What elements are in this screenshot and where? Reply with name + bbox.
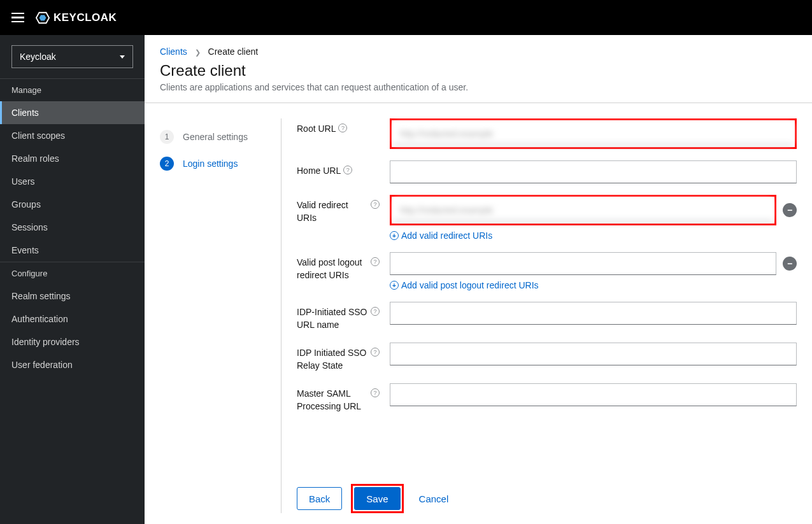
breadcrumb-clients-link[interactable]: Clients [160,46,187,57]
step-login-settings[interactable]: 2 Login settings [160,150,281,177]
sidebar-item-events[interactable]: Events [0,239,145,262]
remove-uri-button[interactable]: − [783,203,797,217]
highlight-annotation: Save [351,484,403,513]
add-valid-redirect-uri-link[interactable]: + Add valid redirect URIs [390,230,492,241]
back-button[interactable]: Back [297,487,342,510]
help-icon[interactable]: ? [371,348,380,357]
highlight-annotation [390,195,776,225]
menu-toggle-icon[interactable] [11,13,24,23]
main-content: Clients ❯ Create client Create client Cl… [145,35,812,524]
breadcrumb: Clients ❯ Create client [145,35,812,57]
step-label: General settings [183,132,248,142]
valid-post-logout-label: Valid post logout redirect URIs [297,257,368,281]
remove-uri-button[interactable]: − [783,257,797,271]
add-post-logout-uri-link[interactable]: + Add valid post logout redirect URIs [390,280,539,290]
sidebar-item-authentication[interactable]: Authentication [0,308,145,330]
nav-section-manage: Manage [0,78,145,101]
idp-sso-url-name-input[interactable] [390,302,797,325]
step-label: Login settings [183,159,238,169]
page-title: Create client [160,62,797,80]
svg-marker-1 [39,15,46,20]
cancel-button[interactable]: Cancel [413,487,455,510]
step-number-badge: 2 [160,157,174,171]
app-header: KEYCLOAK [0,0,812,35]
realm-selector-value: Keycloak [20,52,56,62]
wizard-steps: 1 General settings 2 Login settings [160,118,281,513]
chevron-right-icon: ❯ [195,48,201,56]
highlight-annotation [390,118,797,149]
root-url-label: Root URL [297,123,336,136]
valid-redirect-uris-label: Valid redirect URIs [297,199,368,224]
page-header: Create client Clients are applications a… [145,57,812,103]
idp-sso-relay-state-label: IDP Initiated SSO Relay State [297,347,368,372]
home-url-label: Home URL [297,165,341,178]
sidebar-item-user-federation[interactable]: User federation [0,353,145,376]
wizard-footer-actions: Back Save Cancel [297,484,455,513]
sidebar-item-sessions[interactable]: Sessions [0,216,145,239]
sidebar-item-users[interactable]: Users [0,170,145,193]
help-icon[interactable]: ? [371,307,380,316]
page-description: Clients are applications and services th… [160,82,797,92]
sidebar-item-identity-providers[interactable]: Identity providers [0,330,145,353]
sidebar-item-realm-roles[interactable]: Realm roles [0,147,145,170]
home-url-input[interactable] [390,160,797,183]
valid-post-logout-uri-input[interactable] [390,252,776,275]
help-icon[interactable]: ? [371,388,380,397]
step-general-settings[interactable]: 1 General settings [160,124,281,150]
save-button[interactable]: Save [354,487,400,510]
help-icon[interactable]: ? [371,200,380,209]
sidebar-item-groups[interactable]: Groups [0,193,145,216]
help-icon[interactable]: ? [343,166,352,174]
sidebar: Keycloak Manage Clients Client scopes Re… [0,35,145,524]
keycloak-logo-icon [36,11,50,25]
sidebar-item-clients[interactable]: Clients [0,101,145,124]
plus-circle-icon: + [390,281,399,290]
realm-selector[interactable]: Keycloak [11,45,133,68]
caret-down-icon [120,55,125,59]
help-icon[interactable]: ? [371,257,380,266]
wizard-form: Root URL ? Home URL ? [281,118,797,513]
breadcrumb-current: Create client [208,46,259,57]
step-number-badge: 1 [160,130,174,144]
idp-sso-relay-state-input[interactable] [390,343,797,365]
master-saml-url-input[interactable] [390,383,797,406]
sidebar-item-realm-settings[interactable]: Realm settings [0,285,145,308]
nav-section-configure: Configure [0,262,145,285]
sidebar-item-client-scopes[interactable]: Client scopes [0,124,145,147]
plus-circle-icon: + [390,231,399,240]
root-url-input[interactable] [394,122,793,145]
brand-text: KEYCLOAK [53,11,117,24]
valid-redirect-uri-input[interactable] [394,199,773,222]
brand-logo[interactable]: KEYCLOAK [36,11,117,25]
idp-sso-url-name-label: IDP-Initiated SSO URL name [297,306,368,331]
master-saml-url-label: Master SAML Processing URL [297,388,368,413]
help-icon[interactable]: ? [338,124,347,132]
